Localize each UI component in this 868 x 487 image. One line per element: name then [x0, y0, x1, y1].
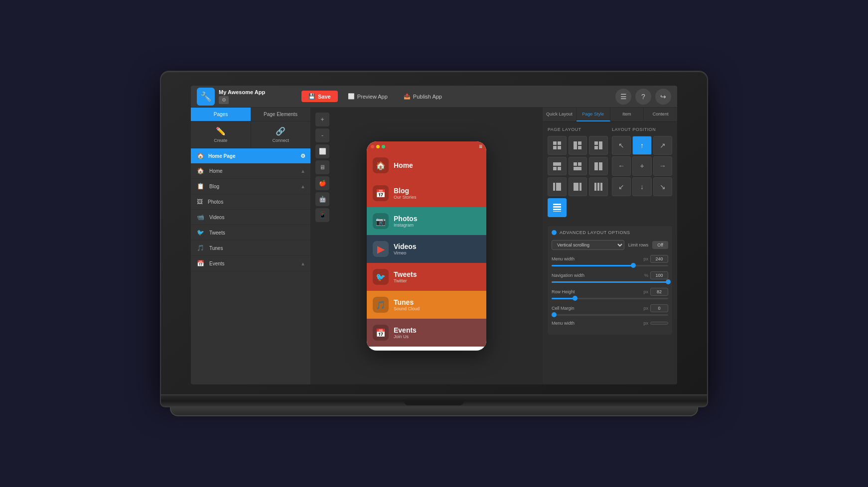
preview-icon: ⬜ [348, 93, 355, 100]
tab-content[interactable]: Content [644, 108, 677, 122]
svg-rect-19 [556, 183, 561, 191]
layout-opt-4[interactable] [548, 157, 567, 176]
desktop-btn[interactable]: 🖥 [315, 160, 329, 174]
sidebar-tabs: Pages Page Elements [191, 108, 310, 122]
svg-rect-24 [600, 183, 602, 191]
svg-rect-28 [553, 211, 561, 212]
svg-rect-22 [594, 183, 596, 191]
laptop-hinge [404, 401, 464, 405]
tab-quick-layout[interactable]: Quick Layout [543, 108, 577, 122]
nav-width-track[interactable] [552, 281, 668, 283]
page-layout-section: Page Layout [548, 127, 608, 222]
svg-rect-12 [558, 167, 561, 170]
android-btn[interactable]: 🤖 [315, 192, 329, 206]
toolbar-actions: 💾 Save ⬜ Preview App 📤 Publish App [296, 91, 615, 102]
tab-page-elements[interactable]: Page Elements [251, 108, 310, 121]
pos-top-center[interactable]: ↑ [632, 136, 651, 155]
tab-pages[interactable]: Pages [191, 108, 251, 121]
phone-nav-item-tunes[interactable]: 🎵 Tunes Sound Cloud [367, 291, 486, 319]
limit-rows-toggle[interactable]: Off [652, 241, 668, 249]
menu-width-track[interactable] [552, 265, 668, 266]
home-icon: 🏠 [197, 167, 204, 174]
tab-page-style[interactable]: Page Style [577, 108, 610, 122]
cell-margin-value[interactable]: 0 [650, 304, 668, 312]
pos-middle-right[interactable]: → [653, 156, 672, 175]
svg-rect-1 [558, 141, 561, 145]
layout-opt-7[interactable] [548, 177, 567, 196]
layout-position-label: Layout Position [612, 127, 672, 132]
row-height-track[interactable] [552, 298, 668, 299]
layout-opt-3[interactable] [589, 136, 608, 155]
apple-btn[interactable]: 🍎 [315, 176, 329, 190]
sidebar-item-videos[interactable]: 📹 Videos [191, 210, 310, 225]
nav-width-header: Navigation width % 100 [552, 271, 668, 279]
nav-width-thumb[interactable] [666, 279, 671, 284]
pos-middle-left[interactable]: ← [612, 156, 631, 175]
help-icon-btn[interactable]: ? [635, 89, 651, 105]
sidebar-item-tunes[interactable]: 🎵 Tunes [191, 241, 310, 256]
pos-bottom-center[interactable]: ↓ [632, 177, 651, 196]
nav-width-value[interactable]: 100 [650, 271, 668, 279]
layout-opt-8[interactable] [569, 177, 587, 196]
row-height-thumb[interactable] [573, 296, 578, 301]
phone-nav-item-photos[interactable]: 📷 Photos Instagram [367, 207, 486, 235]
zoom-out-btn[interactable]: - [315, 128, 329, 142]
pos-top-left[interactable]: ↖ [612, 136, 631, 155]
home-page-icon: 🏠 [197, 152, 204, 159]
svg-rect-25 [553, 204, 561, 205]
sidebar-item-photos[interactable]: 🖼 Photos [191, 194, 310, 210]
pos-bottom-left[interactable]: ↙ [612, 177, 631, 196]
sidebar-item-blog[interactable]: 📋 Blog ▲ [191, 179, 310, 194]
layout-opt-1[interactable] [548, 136, 567, 155]
preview-controls: + - ⬜ 🖥 🍎 🤖 📱 [315, 113, 329, 222]
layout-opt-6[interactable] [589, 157, 608, 176]
svg-rect-13 [574, 162, 577, 166]
row-height-value[interactable]: 82 [650, 288, 668, 296]
nav-tunes-icon: 🎵 [373, 297, 389, 313]
scrolling-select[interactable]: Vertical scrolling Horizontal scrolling [552, 240, 624, 250]
home-page-settings-icon[interactable]: ⚙ [300, 153, 305, 159]
layout-opt-5[interactable] [569, 157, 587, 176]
phone-nav-item-videos[interactable]: ▶ Videos Vimeo [367, 235, 486, 263]
svg-rect-26 [553, 206, 561, 208]
phone-nav-item-home[interactable]: 🏠 Home [367, 151, 486, 179]
phone-nav-item-events[interactable]: 📅 Events Join Us [367, 319, 486, 347]
layout-opt-10[interactable] [548, 198, 567, 217]
photos-icon: 🖼 [197, 198, 203, 205]
menu-width-2-value[interactable] [650, 322, 668, 325]
publish-icon: 📤 [404, 93, 411, 100]
sidebar-item-home[interactable]: 🏠 Home ▲ [191, 163, 310, 179]
svg-rect-7 [594, 141, 598, 145]
menu-width-thumb[interactable] [631, 263, 636, 268]
create-action[interactable]: ✏️ Create [191, 122, 251, 148]
publish-button[interactable]: 📤 Publish App [398, 91, 448, 102]
save-button[interactable]: 💾 Save [301, 91, 338, 102]
cell-margin-label: Cell Margin [552, 306, 575, 311]
menu-width-header: Menu width px 240 [552, 255, 668, 263]
logout-icon-btn[interactable]: ↪ [655, 89, 671, 105]
brand-settings-btn[interactable]: ⚙ [219, 96, 229, 104]
fit-screen-btn[interactable]: ⬜ [315, 144, 329, 158]
list-icon-btn[interactable]: ☰ [615, 89, 631, 105]
pos-top-right[interactable]: ↗ [653, 136, 672, 155]
home-page-item[interactable]: 🏠 Home Page ⚙ [191, 148, 310, 163]
phone-nav-item-tweets[interactable]: 🐦 Tweets Twitter [367, 263, 486, 291]
connect-action[interactable]: 🔗 Connect [251, 122, 311, 148]
preview-button[interactable]: ⬜ Preview App [342, 91, 394, 102]
layout-opt-9[interactable] [589, 177, 608, 196]
nav-videos-icon: ▶ [373, 241, 389, 257]
menu-width-value[interactable]: 240 [650, 255, 668, 263]
tab-item[interactable]: Item [610, 108, 644, 122]
phone-btn[interactable]: 📱 [315, 208, 329, 222]
tunes-icon: 🎵 [197, 244, 204, 251]
sidebar-item-tweets[interactable]: 🐦 Tweets [191, 225, 310, 241]
cell-margin-track[interactable] [552, 314, 668, 316]
phone-nav-item-blog[interactable]: 📅 Blog Our Stories [367, 179, 486, 207]
zoom-in-btn[interactable]: + [315, 113, 329, 126]
layout-opt-2[interactable] [569, 136, 587, 155]
pos-middle-center[interactable]: + [632, 156, 651, 175]
sidebar-item-events[interactable]: 📅 Events ▲ [191, 256, 310, 271]
menu-width-label: Menu width [552, 256, 575, 261]
pos-bottom-right[interactable]: ↘ [653, 177, 672, 196]
cell-margin-thumb[interactable] [552, 312, 557, 317]
